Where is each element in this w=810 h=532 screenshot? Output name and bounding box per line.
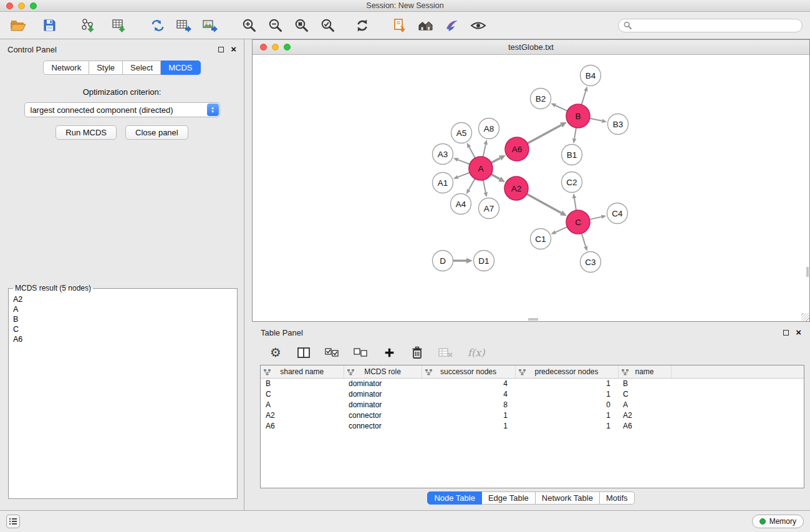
table-cell[interactable]: 1 — [515, 410, 618, 420]
graph-edge-B-B4[interactable] — [582, 91, 586, 105]
vertical-scrollbar-thumb[interactable] — [806, 267, 809, 277]
table-cell[interactable]: connector — [344, 410, 422, 420]
tab-network[interactable]: Network — [43, 60, 89, 75]
graph-edge-A6-B[interactable] — [528, 125, 561, 143]
session-file-button[interactable] — [390, 16, 409, 36]
table-cell[interactable]: 1 — [422, 410, 515, 420]
graph-edge-A-A6[interactable] — [491, 158, 500, 163]
table-cell[interactable]: 4 — [422, 389, 515, 399]
graph-node-A5[interactable]: A5 — [451, 123, 472, 143]
table-cell[interactable]: A6 — [618, 420, 671, 431]
table-cell[interactable]: C — [618, 389, 671, 399]
mcds-result-item[interactable]: A6 — [12, 334, 234, 344]
show-graphics-details-button[interactable] — [469, 16, 488, 36]
graph-node-C1[interactable]: C1 — [531, 229, 551, 249]
apply-layout-button[interactable] — [353, 16, 372, 36]
tab-network-table[interactable]: Network Table — [536, 491, 600, 505]
graph-node-A3[interactable]: A3 — [433, 144, 453, 165]
save-session-button[interactable] — [40, 16, 59, 36]
column-header[interactable]: predecessor nodes — [515, 365, 618, 378]
table-settings-button[interactable]: ⚙ — [269, 344, 282, 360]
select-all-button[interactable] — [325, 344, 339, 360]
show-columns-button[interactable] — [297, 344, 311, 360]
graph-node-A4[interactable]: A4 — [451, 194, 471, 215]
zoom-in-button[interactable] — [239, 16, 258, 36]
function-builder-button[interactable]: f(x) — [468, 344, 485, 360]
mcds-result-item[interactable]: A — [12, 304, 234, 314]
task-history-button[interactable] — [6, 515, 20, 528]
graph-node-C4[interactable]: C4 — [607, 203, 628, 224]
table-cell[interactable]: 4 — [422, 378, 515, 389]
graph-node-D[interactable]: D — [433, 251, 453, 271]
search-field[interactable] — [618, 19, 803, 32]
graph-edge-C-C1[interactable] — [556, 227, 567, 233]
network-graph[interactable]: B4B2BB3A5A8A6B1A3AC2A1A2A4A7C4CC1C3DD1 — [253, 55, 809, 321]
table-cell[interactable]: 8 — [422, 399, 515, 410]
table-row[interactable]: A6connector11A6 — [261, 420, 804, 431]
export-table-button[interactable] — [175, 16, 193, 36]
graph-node-B1[interactable]: B1 — [562, 145, 582, 165]
table-cell[interactable]: 1 — [515, 378, 618, 389]
mcds-result-item[interactable]: A2 — [12, 294, 234, 304]
zoom-selected-button[interactable] — [318, 16, 337, 36]
column-header[interactable]: name — [618, 365, 671, 378]
graph-node-A8[interactable]: A8 — [479, 118, 499, 139]
home-button[interactable] — [417, 16, 435, 36]
graph-edge-C-C2[interactable] — [574, 198, 576, 211]
style-brush-button[interactable] — [443, 16, 461, 36]
clone-network-button[interactable] — [148, 16, 167, 36]
close-window-icon[interactable] — [6, 2, 13, 9]
graph-edge-A-A8[interactable] — [483, 144, 486, 157]
graph-edge-C-C4[interactable] — [590, 217, 602, 220]
zoom-out-button[interactable] — [266, 16, 284, 36]
zoom-window-icon[interactable] — [30, 2, 37, 9]
graph-node-C2[interactable]: C2 — [562, 172, 582, 193]
graph-node-B[interactable]: B — [566, 104, 590, 128]
table-cell[interactable]: C — [261, 389, 344, 399]
table-row[interactable]: A2connector11A2 — [261, 410, 804, 420]
table-cell[interactable]: 1 — [515, 420, 618, 431]
graph-node-C[interactable]: C — [566, 210, 590, 234]
zoom-fit-button[interactable] — [292, 16, 311, 36]
tab-node-table[interactable]: Node Table — [427, 491, 482, 505]
table-cell[interactable]: dominator — [344, 389, 422, 399]
table-cell[interactable]: A2 — [261, 410, 344, 420]
tab-edge-table[interactable]: Edge Table — [482, 491, 536, 505]
table-cell[interactable]: 0 — [515, 399, 618, 410]
delete-column-button[interactable] — [410, 344, 424, 360]
tab-mcds[interactable]: MCDS — [161, 60, 200, 75]
import-network-button[interactable] — [79, 16, 97, 36]
graph-node-C3[interactable]: C3 — [581, 252, 601, 273]
create-column-button[interactable] — [382, 344, 396, 360]
table-cell[interactable]: 1 — [515, 389, 618, 399]
table-cell[interactable]: dominator — [344, 378, 422, 389]
close-table-panel-icon[interactable]: × — [796, 329, 801, 336]
network-window-titlebar[interactable]: testGlobe.txt — [253, 40, 809, 55]
horizontal-scrollbar-thumb[interactable] — [528, 318, 538, 321]
minimize-window-icon[interactable] — [18, 2, 25, 9]
deselect-all-button[interactable] — [354, 344, 368, 360]
resize-grip-icon[interactable] — [801, 313, 809, 321]
tab-select[interactable]: Select — [123, 60, 161, 75]
network-canvas[interactable]: B4B2BB3A5A8A6B1A3AC2A1A2A4A7C4CC1C3DD1 — [253, 55, 809, 321]
close-panel-button[interactable]: Close panel — [125, 125, 188, 140]
memory-button[interactable]: Memory — [752, 515, 804, 528]
graph-node-B2[interactable]: B2 — [531, 89, 551, 109]
export-image-button[interactable] — [201, 16, 219, 36]
graph-edge-B-B2[interactable] — [556, 105, 567, 111]
close-network-icon[interactable] — [260, 44, 267, 51]
tab-motifs[interactable]: Motifs — [600, 491, 635, 505]
column-header[interactable]: shared name — [261, 365, 344, 378]
graph-node-B3[interactable]: B3 — [608, 114, 629, 135]
float-table-panel-icon[interactable] — [783, 330, 789, 336]
float-panel-icon[interactable] — [218, 47, 224, 52]
search-input[interactable] — [635, 21, 797, 30]
graph-node-A7[interactable]: A7 — [479, 198, 499, 219]
table-cell[interactable]: A — [618, 399, 671, 410]
table-cell[interactable]: connector — [344, 420, 422, 431]
import-table-button[interactable] — [110, 16, 128, 36]
table-cell[interactable]: A2 — [618, 410, 671, 420]
mcds-result-item[interactable]: C — [12, 324, 234, 334]
graph-node-B4[interactable]: B4 — [581, 65, 601, 86]
column-header[interactable]: MCDS role — [344, 365, 422, 378]
